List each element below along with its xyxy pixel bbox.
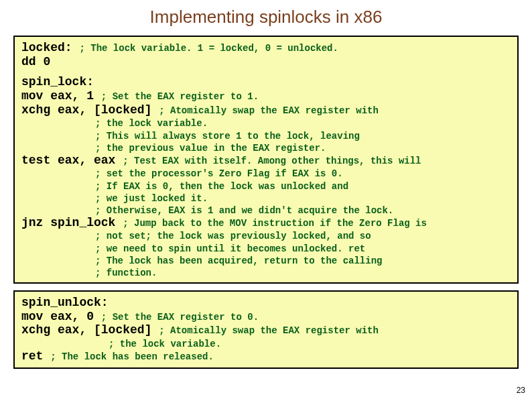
asm-text: mov eax, 1: [21, 89, 101, 103]
asm-text: test eax, eax: [21, 154, 123, 167]
code-line: mov eax, 1 ; Set the EAX register to 1.: [21, 89, 511, 103]
asm-text: spin_lock:: [21, 75, 94, 89]
comment-text: ; we need to spin until it becomes unloc…: [95, 243, 365, 254]
comment-text: ; Set the EAX register to 1.: [101, 91, 259, 102]
code-line: jnz spin_lock ; Jump back to the MOV ins…: [21, 216, 511, 230]
comment-text: ; Otherwise, EAX is 1 and we didn't acqu…: [95, 205, 393, 216]
comment-text: ; Set the EAX register to 0.: [101, 312, 259, 323]
slide-title: Implementing spinlocks in x86: [13, 7, 519, 27]
code-line: ; we just locked it.: [21, 192, 511, 204]
comment-text: ; Atomically swap the EAX register with: [159, 325, 379, 336]
asm-text: xchg eax, [locked]: [21, 323, 159, 337]
code-line: ; the previous value in the EAX register…: [21, 141, 511, 154]
comment-text: ; the lock variable.: [109, 339, 221, 349]
asm-text: locked:: [21, 41, 79, 54]
code-line: ; not set; the lock was previously locke…: [21, 229, 511, 241]
comment-text: ; we just locked it.: [95, 193, 208, 204]
code-line: ; set the processor's Zero Flag if EAX i…: [21, 167, 511, 179]
asm-text: jnz spin_lock: [21, 216, 123, 229]
comment-text: ; The lock has been released.: [50, 351, 214, 362]
asm-text: mov eax, 0: [21, 310, 101, 323]
code-line: spin_lock:: [21, 75, 511, 89]
code-line: locked: ; The lock variable. 1 = locked,…: [21, 41, 511, 55]
code-line: xchg eax, [locked] ; Atomically swap the…: [21, 323, 511, 337]
comment-text: ; If EAX is 0, then the lock was unlocke…: [95, 181, 348, 192]
code-line: ; function.: [21, 266, 511, 278]
comment-text: ; The lock variable. 1 = locked, 0 = unl…: [79, 43, 338, 54]
code-line: ret ; The lock has been released.: [21, 349, 511, 363]
asm-text: ret: [21, 349, 50, 363]
code-line: mov eax, 0 ; Set the EAX register to 0.: [21, 310, 511, 324]
code-line: xchg eax, [locked] ; Atomically swap the…: [21, 103, 511, 117]
code-box-spin-lock: locked: ; The lock variable. 1 = locked,…: [13, 36, 519, 284]
code-line: ; This will always store 1 to the lock, …: [21, 129, 511, 141]
asm-text: xchg eax, [locked]: [21, 103, 159, 117]
code-line: spin_unlock:: [21, 296, 511, 310]
comment-text: ; This will always store 1 to the lock, …: [95, 131, 360, 141]
asm-text: dd 0: [21, 55, 50, 68]
code-box-spin-unlock: spin_unlock: mov eax, 0 ; Set the EAX re…: [13, 290, 519, 369]
code-line: ; If EAX is 0, then the lock was unlocke…: [21, 180, 511, 192]
code-line: ; Otherwise, EAX is 1 and we didn't acqu…: [21, 204, 511, 216]
comment-text: ; Jump back to the MOV instruction if th…: [123, 218, 427, 229]
code-line: ; the lock variable.: [21, 117, 511, 129]
comment-text: ; not set; the lock was previously locke…: [95, 231, 371, 241]
comment-text: ; the lock variable.: [95, 118, 208, 129]
code-line: ; The lock has been acquired, return to …: [21, 254, 511, 266]
page-number: 23: [517, 386, 525, 395]
asm-text: spin_unlock:: [21, 296, 109, 309]
comment-text: ; Test EAX with itself. Among other thin…: [123, 156, 421, 166]
comment-text: ; set the processor's Zero Flag if EAX i…: [95, 168, 343, 179]
code-line: dd 0: [21, 55, 511, 69]
code-line: test eax, eax ; Test EAX with itself. Am…: [21, 154, 511, 168]
comment-text: ; The lock has been acquired, return to …: [95, 255, 382, 266]
code-line: ; the lock variable.: [21, 337, 511, 349]
comment-text: ; the previous value in the EAX register…: [95, 143, 326, 154]
code-line: ; we need to spin until it becomes unloc…: [21, 242, 511, 254]
comment-text: ; Atomically swap the EAX register with: [159, 105, 379, 116]
comment-text: ; function.: [95, 268, 157, 278]
